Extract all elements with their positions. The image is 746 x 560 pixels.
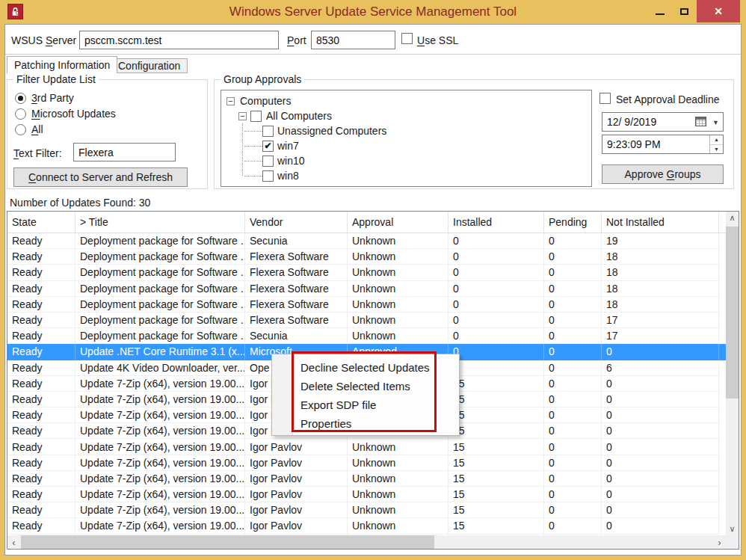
table-cell: Update 7-Zip (x64), version 19.00.... bbox=[75, 502, 245, 518]
table-row[interactable]: ReadyUpdate 7-Zip (x64), version 19.00..… bbox=[7, 455, 726, 471]
table-cell: Unknown bbox=[348, 297, 448, 313]
table-cell: 18 bbox=[602, 249, 719, 265]
tree-node-all-computers[interactable]: − All Computers bbox=[221, 108, 591, 123]
scroll-left-icon[interactable]: ‹ bbox=[7, 535, 20, 549]
vertical-scrollbar[interactable]: ∧ ∨ bbox=[726, 212, 739, 535]
table-cell: 0 bbox=[544, 439, 602, 455]
column-header[interactable]: Not Installed bbox=[602, 212, 719, 233]
table-cell: 15 bbox=[448, 471, 544, 487]
menu-item-decline-selected-updates[interactable]: Decline Selected Updates bbox=[272, 358, 459, 377]
checkbox[interactable] bbox=[262, 156, 274, 167]
horizontal-scroll-thumb[interactable] bbox=[21, 535, 434, 549]
table-cell: Update 7-Zip (x64), version 19.00.... bbox=[75, 423, 245, 439]
table-row[interactable]: ReadyDeployment package for Software ...… bbox=[7, 233, 726, 249]
table-row[interactable]: ReadyDeployment package for Software ...… bbox=[7, 265, 726, 280]
table-row[interactable]: ReadyDeployment package for Software ...… bbox=[7, 249, 726, 265]
table-row[interactable]: ReadyDeployment package for Software ...… bbox=[7, 313, 726, 328]
approve-groups-button[interactable]: Approve Groups bbox=[602, 164, 724, 184]
column-header[interactable]: Pending bbox=[544, 212, 602, 233]
radio-3rd-party[interactable]: 3rd Party bbox=[15, 92, 74, 104]
table-cell: Ready bbox=[7, 487, 75, 502]
column-header[interactable]: State bbox=[7, 212, 75, 233]
menu-item-properties[interactable]: Properties bbox=[272, 414, 459, 433]
table-cell: 15 bbox=[448, 392, 544, 407]
column-header[interactable]: > Title bbox=[75, 212, 245, 233]
table-row[interactable]: ReadyUpdate 7-Zip (x64), version 19.00..… bbox=[7, 471, 726, 487]
tree-node-win10[interactable]: win10 bbox=[221, 153, 591, 168]
checkbox[interactable] bbox=[262, 126, 274, 137]
checkbox-checked[interactable]: ✔ bbox=[262, 141, 274, 152]
connect-refresh-button[interactable]: Connect to Server and Refresh bbox=[13, 167, 188, 187]
checkbox[interactable] bbox=[250, 111, 262, 122]
updates-count-label: Number of Updates Found: 30 bbox=[10, 197, 150, 209]
column-header[interactable]: Installed bbox=[448, 212, 544, 233]
table-cell: Update 7-Zip (x64), version 19.00.... bbox=[75, 376, 245, 392]
table-cell: Ready bbox=[7, 392, 75, 407]
group-approvals-title: Group Approvals bbox=[221, 73, 304, 85]
minimize-button[interactable] bbox=[647, 0, 672, 22]
set-approval-deadline-checkbox[interactable] bbox=[599, 93, 611, 104]
collapse-icon[interactable]: − bbox=[238, 112, 247, 120]
menu-item-delete-selected-items[interactable]: Delete Selected Items bbox=[272, 377, 459, 396]
table-cell: 15 bbox=[448, 518, 544, 534]
table-cell: Update 7-Zip (x64), version 19.00.... bbox=[75, 471, 245, 487]
tab-configuration[interactable]: Configuration bbox=[111, 58, 188, 73]
table-cell: Unknown bbox=[348, 265, 448, 280]
table-cell: Deployment package for Software ... bbox=[75, 249, 245, 265]
table-cell: 0 bbox=[544, 407, 602, 423]
spin-down-icon[interactable]: ▼ bbox=[710, 145, 723, 154]
tab-patching-information[interactable]: Patching Information bbox=[7, 56, 117, 73]
table-cell: Ready bbox=[7, 502, 75, 518]
table-cell: Update 7-Zip (x64), version 19.00.... bbox=[75, 407, 245, 423]
collapse-icon[interactable]: − bbox=[226, 97, 235, 105]
table-cell: Deployment package for Software ... bbox=[75, 297, 245, 313]
table-cell: 0 bbox=[448, 360, 544, 376]
tree-connector bbox=[244, 176, 262, 176]
maximize-button[interactable] bbox=[672, 0, 697, 22]
table-row[interactable]: ReadyDeployment package for Software ...… bbox=[7, 281, 726, 297]
table-cell: 0 bbox=[602, 518, 719, 534]
table-cell: Ready bbox=[7, 249, 75, 265]
window-title: Windows Server Update Service Management… bbox=[0, 4, 746, 19]
radio-all[interactable]: All bbox=[15, 123, 43, 135]
deadline-time-picker[interactable]: 9:23:09 PM ▲ ▼ bbox=[602, 135, 724, 154]
table-cell: 19 bbox=[602, 233, 719, 249]
table-row[interactable]: ReadyUpdate 7-Zip (x64), version 19.00..… bbox=[7, 502, 726, 518]
tree-node-Unassigned Computers[interactable]: Unassigned Computers bbox=[221, 123, 591, 138]
radio-microsoft-updates[interactable]: Microsoft Updates bbox=[15, 108, 116, 120]
close-icon: ✕ bbox=[714, 5, 723, 17]
column-header[interactable]: Approval bbox=[348, 212, 448, 233]
tree-node-win8[interactable]: win8 bbox=[221, 168, 591, 183]
chevron-down-icon[interactable]: ▼ bbox=[712, 119, 719, 126]
scroll-down-icon[interactable]: ∨ bbox=[726, 523, 739, 535]
time-spinner[interactable]: ▲ ▼ bbox=[709, 135, 723, 153]
column-header[interactable]: Vendor bbox=[245, 212, 348, 233]
table-cell: Igor Pavlov bbox=[245, 502, 348, 518]
tree-node-computers[interactable]: − Computers bbox=[221, 93, 591, 108]
tree-node-win7[interactable]: ✔win7 bbox=[221, 138, 591, 153]
table-cell: 6 bbox=[602, 360, 719, 376]
table-row[interactable]: ReadyUpdate 7-Zip (x64), version 19.00..… bbox=[7, 518, 726, 534]
checkbox[interactable] bbox=[262, 170, 274, 182]
table-cell: 0 bbox=[448, 344, 544, 360]
close-button[interactable]: ✕ bbox=[697, 0, 740, 22]
vertical-scroll-thumb[interactable] bbox=[726, 227, 739, 399]
table-cell: Unknown bbox=[348, 471, 448, 487]
table-cell: 15 bbox=[448, 455, 544, 471]
table-row[interactable]: ReadyDeployment package for Software ...… bbox=[7, 328, 726, 344]
table-cell: Update .NET Core Runtime 3.1 (x... bbox=[75, 344, 245, 360]
spin-up-icon[interactable]: ▲ bbox=[710, 135, 723, 145]
use-ssl-checkbox[interactable] bbox=[401, 33, 413, 44]
scroll-right-icon[interactable]: › bbox=[713, 535, 726, 549]
table-row[interactable]: ReadyUpdate 7-Zip (x64), version 19.00..… bbox=[7, 439, 726, 455]
menu-item-export-sdp-file[interactable]: Export SDP file bbox=[272, 396, 459, 414]
table-row[interactable]: ReadyDeployment package for Software ...… bbox=[7, 297, 726, 313]
port-input[interactable]: 8530 bbox=[311, 31, 395, 49]
horizontal-scrollbar[interactable]: ‹ › bbox=[7, 535, 726, 549]
server-input[interactable]: psccm.sccm.test bbox=[79, 31, 279, 49]
scroll-up-icon[interactable]: ∧ bbox=[726, 212, 739, 224]
deadline-date-picker[interactable]: 12/ 9/2019 ▼ bbox=[602, 112, 724, 132]
text-filter-input[interactable]: Flexera bbox=[73, 143, 176, 161]
filter-update-list-groupbox: Filter Update List 3rd Party Microsoft U… bbox=[7, 79, 208, 189]
table-row[interactable]: ReadyUpdate 7-Zip (x64), version 19.00..… bbox=[7, 487, 726, 502]
